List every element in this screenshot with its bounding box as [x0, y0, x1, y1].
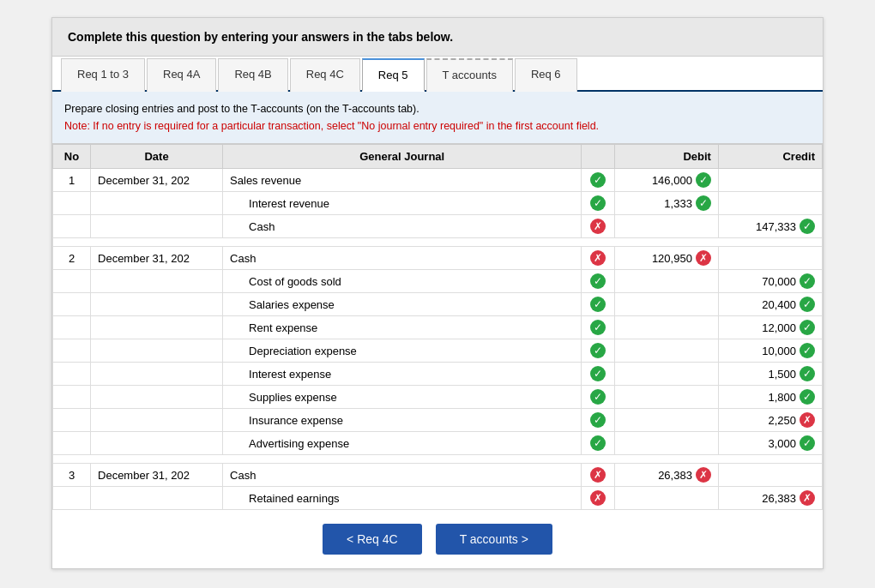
- spacer-row: [53, 238, 823, 247]
- row-date: [91, 409, 223, 432]
- row-journal[interactable]: Depreciation expense: [223, 339, 582, 363]
- row-debit[interactable]: 120,950 ✗: [614, 247, 718, 270]
- tab-req4c[interactable]: Req 4C: [290, 58, 360, 92]
- row-journal[interactable]: Cash: [223, 464, 582, 487]
- col-header-credit: Credit: [718, 145, 822, 169]
- row-journal[interactable]: Salaries expense: [223, 293, 582, 316]
- row-debit: [614, 316, 718, 339]
- row-no: [53, 316, 91, 339]
- check-icon: ✓: [590, 435, 606, 451]
- prev-button[interactable]: < Req 4C: [323, 524, 422, 555]
- row-journal[interactable]: Cash: [223, 215, 582, 238]
- next-button[interactable]: T accounts >: [436, 524, 552, 555]
- row-no: [53, 293, 91, 316]
- check-icon: ✓: [590, 297, 606, 312]
- check-icon: ✗: [590, 219, 606, 234]
- row-credit[interactable]: 2,250 ✗: [718, 409, 822, 432]
- row-journal[interactable]: Insurance expense: [223, 409, 582, 432]
- row-no: [53, 270, 91, 293]
- row-journal[interactable]: Cost of goods sold: [223, 270, 582, 293]
- row-no: 3: [53, 464, 91, 487]
- table-row: Salaries expense ✓ 20,400 ✓: [53, 293, 823, 316]
- check-icon: ✓: [590, 389, 606, 405]
- row-debit: [614, 487, 718, 510]
- row-journal[interactable]: Supplies expense: [223, 386, 582, 409]
- row-credit[interactable]: 147,333 ✓: [718, 215, 822, 238]
- row-no: [53, 363, 91, 386]
- table-row: Advertising expense ✓ 3,000 ✓: [53, 432, 823, 455]
- row-date: [91, 192, 223, 215]
- row-credit[interactable]: 70,000 ✓: [718, 270, 822, 293]
- check-icon: ✓: [590, 195, 606, 211]
- check-icon: ✗: [590, 250, 606, 266]
- row-journal[interactable]: Advertising expense: [223, 432, 582, 455]
- row-date: December 31, 202: [91, 247, 223, 270]
- row-credit[interactable]: 20,400 ✓: [718, 293, 822, 316]
- prev-button-label: < Req 4C: [347, 532, 398, 546]
- row-journal[interactable]: Interest expense: [223, 363, 582, 386]
- debit-check-icon: ✗: [696, 467, 711, 483]
- credit-check-icon: ✓: [800, 297, 815, 312]
- row-check: ✓: [582, 409, 615, 432]
- table-row: Cash ✗ 147,333 ✓: [53, 215, 823, 238]
- tab-req1to3[interactable]: Req 1 to 3: [61, 58, 145, 92]
- row-credit[interactable]: 26,383 ✗: [718, 487, 822, 510]
- row-credit[interactable]: 3,000 ✓: [718, 432, 822, 455]
- row-date: [91, 270, 223, 293]
- tab-req4b[interactable]: Req 4B: [218, 58, 287, 92]
- row-no: [53, 386, 91, 409]
- row-credit[interactable]: 12,000 ✓: [718, 316, 822, 339]
- row-check: ✓: [582, 169, 615, 192]
- table-row: Cost of goods sold ✓ 70,000 ✓: [53, 270, 823, 293]
- row-date: December 31, 202: [91, 464, 223, 487]
- tab-req5[interactable]: Req 5: [362, 58, 425, 92]
- col-header-no: No: [53, 145, 91, 169]
- tab-req6[interactable]: Req 6: [515, 58, 577, 92]
- row-no: [53, 192, 91, 215]
- row-check: ✗: [582, 247, 615, 270]
- table-row: Rent expense ✓ 12,000 ✓: [53, 316, 823, 339]
- row-debit[interactable]: 146,000 ✓: [614, 169, 718, 192]
- row-journal[interactable]: Cash: [223, 247, 582, 270]
- instruction-line1: Prepare closing entries and post to the …: [64, 100, 811, 117]
- row-date: [91, 432, 223, 455]
- row-no: 2: [53, 247, 91, 270]
- col-header-debit: Debit: [614, 145, 718, 169]
- tabs-bar: Req 1 to 3 Req 4A Req 4B Req 4C Req 5 T …: [52, 57, 823, 92]
- row-no: 1: [53, 169, 91, 192]
- row-date: [91, 316, 223, 339]
- check-icon: ✓: [590, 366, 606, 381]
- credit-check-icon: ✓: [800, 273, 815, 289]
- row-credit[interactable]: 10,000 ✓: [718, 339, 822, 363]
- row-journal[interactable]: Rent expense: [223, 316, 582, 339]
- tab-taccounts[interactable]: T accounts: [426, 58, 513, 92]
- row-credit: [718, 464, 822, 487]
- row-check: ✓: [582, 316, 615, 339]
- check-icon: ✓: [590, 412, 606, 428]
- tab-req4a[interactable]: Req 4A: [147, 58, 216, 92]
- footer-buttons: < Req 4C T accounts >: [52, 510, 823, 568]
- row-journal[interactable]: Interest revenue: [223, 192, 582, 215]
- row-credit[interactable]: 1,500 ✓: [718, 363, 822, 386]
- next-button-label: T accounts >: [460, 532, 528, 546]
- instruction-box: Prepare closing entries and post to the …: [52, 92, 823, 144]
- check-icon: ✗: [590, 467, 606, 483]
- main-container: Complete this question by entering your …: [51, 17, 824, 569]
- row-debit[interactable]: 26,383 ✗: [614, 464, 718, 487]
- row-journal[interactable]: Sales revenue: [223, 169, 582, 192]
- row-debit[interactable]: 1,333 ✓: [614, 192, 718, 215]
- row-journal[interactable]: Retained earnings: [223, 487, 582, 510]
- col-header-date: Date: [91, 145, 223, 169]
- table-row: 2 December 31, 202 Cash ✗ 120,950 ✗: [53, 247, 823, 270]
- row-date: December 31, 202: [91, 169, 223, 192]
- row-check: ✓: [582, 432, 615, 455]
- check-icon: ✓: [590, 343, 606, 358]
- row-credit[interactable]: 1,800 ✓: [718, 386, 822, 409]
- debit-check-icon: ✗: [696, 250, 711, 266]
- credit-check-icon: ✓: [800, 389, 815, 405]
- check-icon: ✓: [590, 320, 606, 335]
- row-date: [91, 215, 223, 238]
- header-instruction: Complete this question by entering your …: [68, 30, 453, 44]
- row-debit: [614, 293, 718, 316]
- row-debit: [614, 386, 718, 409]
